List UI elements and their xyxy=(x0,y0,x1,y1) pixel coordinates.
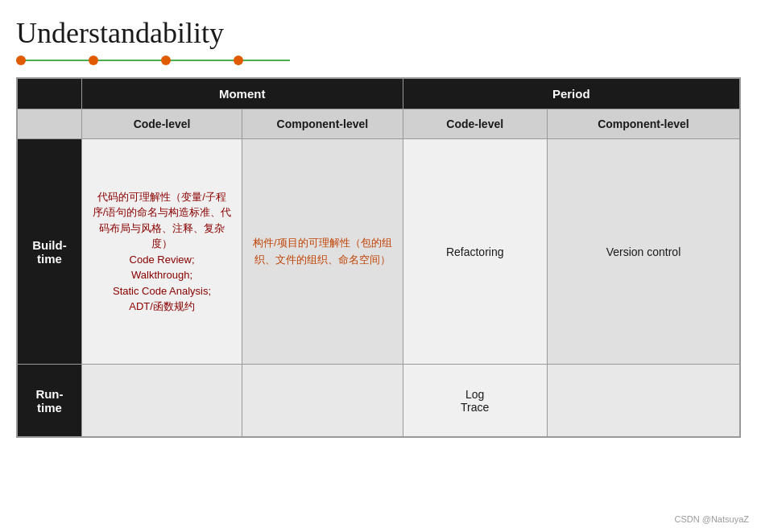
build-time-label: Build- time xyxy=(18,139,82,365)
timeline-dot-3 xyxy=(161,56,171,65)
build-time-component-level: 构件/项目的可理解性（包的组织、文件的组织、命名空间） xyxy=(242,139,403,365)
header-empty-cell-2 xyxy=(18,109,82,139)
main-table-container: Moment Period Code-level Component-level… xyxy=(16,77,741,438)
header-code-level-2: Code-level xyxy=(403,109,547,139)
run-time-component-level xyxy=(242,365,403,437)
understandability-table: Moment Period Code-level Component-level… xyxy=(17,78,740,437)
header-moment: Moment xyxy=(81,79,403,109)
timeline-dot-2 xyxy=(89,56,98,65)
table-header-row-2: Code-level Component-level Code-level Co… xyxy=(18,109,740,139)
build-time-code-level: 代码的可理解性（变量/子程序/语句的命名与构造标准、代码布局与风格、注释、复杂度… xyxy=(81,139,242,365)
timeline-dot-4 xyxy=(234,56,243,65)
timeline-dot-1 xyxy=(16,56,26,65)
run-time-row: Run- time Log Trace xyxy=(18,365,740,437)
header-code-level-1: Code-level xyxy=(81,109,242,139)
header-empty-cell xyxy=(18,79,82,109)
build-time-component-level-period: Version control xyxy=(547,139,739,365)
run-time-code-level-period: Log Trace xyxy=(403,365,547,437)
build-time-row: Build- time 代码的可理解性（变量/子程序/语句的命名与构造标准、代码… xyxy=(18,139,740,365)
timeline-line xyxy=(16,60,290,61)
timeline-bar xyxy=(16,60,741,61)
run-time-label: Run- time xyxy=(18,365,82,437)
header-period: Period xyxy=(403,79,739,109)
page-title: Understandability xyxy=(16,16,741,50)
header-component-level-2: Component-level xyxy=(547,109,739,139)
run-time-code-level xyxy=(81,365,242,437)
table-header-row-1: Moment Period xyxy=(18,79,740,109)
build-time-code-level-period: Refactoring xyxy=(403,139,547,365)
run-time-component-level-period xyxy=(547,365,739,437)
watermark: CSDN @NatsuyaZ xyxy=(675,514,749,524)
header-component-level-1: Component-level xyxy=(242,109,403,139)
